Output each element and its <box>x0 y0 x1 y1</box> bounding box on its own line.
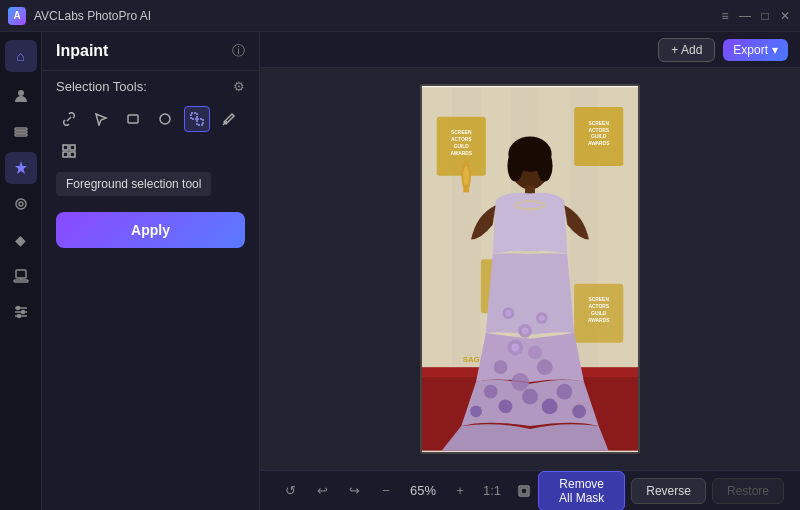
svg-point-66 <box>528 207 532 211</box>
apply-button[interactable]: Apply <box>56 212 245 248</box>
minimize-btn[interactable]: — <box>738 9 752 23</box>
sidebar-icon-diamond[interactable]: ◆ <box>5 224 37 256</box>
redo-btn[interactable]: ↪ <box>340 477 368 505</box>
svg-point-70 <box>522 327 529 334</box>
reverse-btn[interactable]: Reverse <box>631 478 706 504</box>
svg-rect-3 <box>15 134 27 136</box>
svg-text:ACTORS: ACTORS <box>588 128 609 133</box>
svg-rect-2 <box>15 131 27 133</box>
zoom-controls: ↺ ↩ ↪ − 65% + 1:1 <box>276 477 538 505</box>
svg-point-5 <box>16 199 26 209</box>
app-header: + Add Export ▾ <box>260 32 800 68</box>
app-icon: A <box>8 7 26 25</box>
svg-point-62 <box>507 150 523 181</box>
svg-marker-4 <box>15 161 27 174</box>
tooltip-box: Foreground selection tool <box>56 172 211 196</box>
sidebar-icon-enhance[interactable] <box>5 188 37 220</box>
svg-point-84 <box>470 405 482 417</box>
sidebar-icon-home[interactable]: ⌂ <box>5 40 37 72</box>
tooltip-text: Foreground selection tool <box>66 177 201 191</box>
restore-btn: Restore <box>712 478 784 504</box>
svg-rect-24 <box>70 152 75 157</box>
tool-icons-row <box>42 102 259 172</box>
sidebar-icon-magic[interactable] <box>5 152 37 184</box>
photo-canvas[interactable]: SCREEN ACTORS GUILD AWARDS SCREEN ACTORS… <box>420 84 640 454</box>
circle-tool-btn[interactable] <box>152 106 178 132</box>
zoom-level: 65% <box>404 483 442 498</box>
fg-select-tool-btn[interactable] <box>184 106 210 132</box>
svg-text:ACTORS: ACTORS <box>451 137 472 142</box>
svg-point-76 <box>494 360 508 374</box>
svg-rect-87 <box>521 488 527 494</box>
svg-text:SCREEN: SCREEN <box>589 297 610 302</box>
svg-point-63 <box>537 150 553 181</box>
svg-point-72 <box>539 315 545 321</box>
svg-point-82 <box>499 400 513 414</box>
panel-title: Inpaint <box>56 42 108 60</box>
zoom-in-btn[interactable]: + <box>446 477 474 505</box>
svg-rect-7 <box>16 270 26 278</box>
canvas-content: SCREEN ACTORS GUILD AWARDS SCREEN ACTORS… <box>260 68 800 470</box>
svg-point-85 <box>572 404 586 418</box>
svg-point-68 <box>505 310 511 316</box>
mask-controls: Remove All Mask Reverse Restore <box>538 471 784 511</box>
svg-point-13 <box>16 307 19 310</box>
title-bar: A AVCLabs PhotoPro AI ≡ — □ ✕ <box>0 0 800 32</box>
svg-rect-18 <box>191 113 197 119</box>
settings-gear-icon[interactable]: ⚙ <box>233 79 245 94</box>
svg-text:AWARDS: AWARDS <box>451 151 473 156</box>
svg-point-80 <box>557 384 573 400</box>
svg-point-6 <box>19 202 23 206</box>
svg-point-0 <box>18 90 24 96</box>
svg-point-77 <box>537 359 553 375</box>
arrow-tool-btn[interactable] <box>88 106 114 132</box>
svg-text:AWARDS: AWARDS <box>588 141 610 146</box>
svg-text:SCREEN: SCREEN <box>589 121 610 126</box>
sidebar-icon-person[interactable] <box>5 80 37 112</box>
svg-text:GUILD: GUILD <box>591 134 607 139</box>
svg-point-15 <box>17 315 20 318</box>
svg-point-56 <box>463 166 469 186</box>
sidebar-icon-sliders[interactable] <box>5 296 37 328</box>
svg-text:ACTORS: ACTORS <box>588 304 609 309</box>
add-button[interactable]: + Add <box>658 38 715 62</box>
tool-panel: Inpaint ⓘ Selection Tools: ⚙ <box>42 32 260 510</box>
zoom-out-btn[interactable]: − <box>372 477 400 505</box>
svg-rect-22 <box>70 145 75 150</box>
selection-tools-label: Selection Tools: <box>56 79 147 94</box>
svg-rect-16 <box>128 115 138 123</box>
rect-tool-btn[interactable] <box>120 106 146 132</box>
sidebar-icon-stamp[interactable] <box>5 260 37 292</box>
svg-point-74 <box>511 344 519 352</box>
icon-sidebar: ⌂ ◆ <box>0 32 42 510</box>
edit-tool-btn[interactable] <box>216 106 242 132</box>
info-icon[interactable]: ⓘ <box>232 42 245 60</box>
remove-all-mask-btn[interactable]: Remove All Mask <box>538 471 625 511</box>
plus-grid-tool-btn[interactable] <box>56 138 82 164</box>
menu-btn[interactable]: ≡ <box>718 9 732 23</box>
sidebar-icon-layers[interactable] <box>5 116 37 148</box>
svg-point-14 <box>21 311 24 314</box>
svg-point-75 <box>528 346 542 360</box>
svg-point-81 <box>522 389 538 405</box>
svg-point-79 <box>484 385 498 399</box>
svg-rect-1 <box>15 128 27 130</box>
refresh-btn[interactable]: ↺ <box>276 477 304 505</box>
export-chevron-icon: ▾ <box>772 43 778 57</box>
app-title: AVCLabs PhotoPro AI <box>34 9 151 23</box>
svg-point-83 <box>542 399 558 415</box>
svg-text:GUILD: GUILD <box>454 144 470 149</box>
canvas-area: + Add Export ▾ <box>260 32 800 510</box>
svg-text:AWARDS: AWARDS <box>588 318 610 323</box>
link-tool-btn[interactable] <box>56 106 82 132</box>
one-to-one-btn[interactable]: 1:1 <box>478 477 506 505</box>
maximize-btn[interactable]: □ <box>758 9 772 23</box>
svg-rect-21 <box>63 145 68 150</box>
svg-rect-8 <box>14 280 28 282</box>
undo-btn[interactable]: ↩ <box>308 477 336 505</box>
fit-btn[interactable] <box>510 477 538 505</box>
svg-rect-19 <box>197 119 203 125</box>
export-button[interactable]: Export ▾ <box>723 39 788 61</box>
svg-text:SCREEN: SCREEN <box>451 130 472 135</box>
close-btn[interactable]: ✕ <box>778 9 792 23</box>
